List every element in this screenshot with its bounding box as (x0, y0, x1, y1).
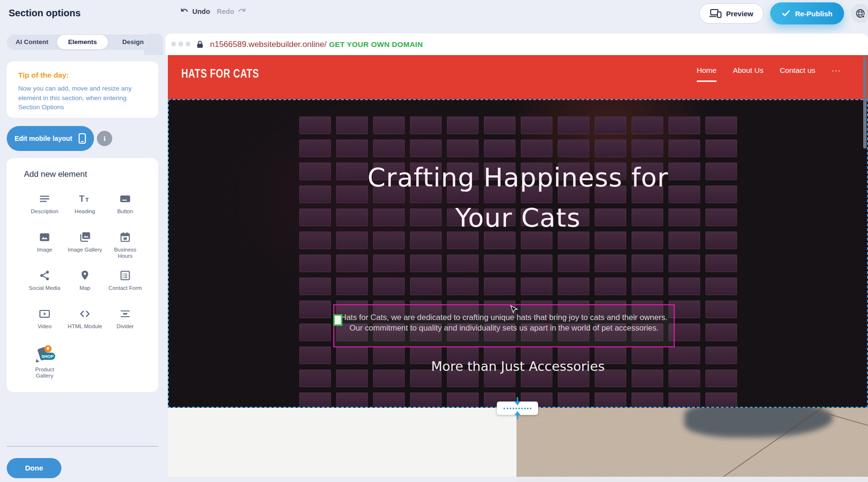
hero-tile (595, 139, 626, 157)
window-dot (178, 42, 183, 46)
element-description[interactable]: Description (24, 187, 65, 225)
hero-tile (373, 139, 405, 157)
site-logo[interactable]: HATS FOR CATS (181, 67, 259, 80)
hero-tile (299, 139, 331, 157)
hero-tile (521, 139, 552, 157)
element-contact-form[interactable]: Contact Form (105, 264, 145, 302)
product-gallery-icon: SHOP (33, 345, 56, 364)
window-dot (171, 42, 176, 46)
hero-tile (558, 139, 589, 157)
hero-tile (299, 300, 331, 318)
hero-tile (484, 139, 516, 157)
element-drag-handle[interactable] (333, 314, 342, 326)
hero-tile (632, 116, 663, 134)
info-icon[interactable]: i (97, 131, 112, 146)
language-button[interactable] (851, 4, 868, 23)
svg-text:т: т (85, 195, 89, 203)
hero-tile (336, 116, 368, 134)
divider-icon (118, 307, 132, 321)
element-image[interactable]: Image (24, 225, 65, 264)
hero-tile (705, 392, 737, 408)
window-dot (186, 42, 190, 46)
hero-tile (447, 254, 479, 272)
hero-tile (669, 392, 700, 408)
tab-elements[interactable]: Elements (57, 35, 107, 49)
republish-button[interactable]: Re-Publish (770, 2, 844, 24)
nav-home[interactable]: Home (697, 66, 716, 82)
hero-tile (521, 254, 552, 272)
background-tab (144, 34, 163, 55)
done-button[interactable]: Done (7, 458, 61, 478)
hero-tile (299, 116, 331, 134)
nav-contact-us[interactable]: Contact us (780, 66, 815, 80)
page-title: Section options (9, 8, 81, 19)
tab-ai-content[interactable]: AI Content (7, 34, 57, 50)
hero-tile (410, 392, 442, 408)
hero-tile (410, 277, 442, 295)
hero-tile (595, 254, 626, 272)
hero-tile (373, 277, 405, 295)
hero-tile (336, 139, 368, 157)
hero-tile (299, 277, 331, 295)
add-element-title: Add new element (24, 170, 87, 179)
map-icon (79, 268, 91, 283)
hero-tile (410, 139, 442, 157)
site-scrollbar[interactable] (863, 57, 867, 149)
hero-section-selected[interactable]: Crafting Happiness for Your Cats More th… (168, 99, 868, 408)
preview-button[interactable]: Preview (699, 3, 763, 23)
html-module-icon (78, 307, 92, 321)
hero-subheading: More than Just Accessories (169, 359, 867, 374)
section-resize-handle[interactable] (497, 402, 538, 415)
hero-heading-line2: Your Cats (169, 198, 867, 238)
hero-tile (669, 277, 700, 295)
hero-heading-line1: Crafting Happiness for (169, 158, 867, 198)
edit-mobile-layout-button[interactable]: Edit mobile layout (7, 126, 94, 151)
element-map[interactable]: Map (65, 264, 105, 302)
hero-tile (558, 254, 589, 272)
hero-tile (447, 139, 479, 157)
hero-tile (484, 277, 516, 295)
hero-tile (632, 139, 663, 157)
video-icon (38, 307, 51, 321)
site-header: HATS FOR CATS Home About Us Contact us ·… (168, 55, 868, 99)
element-grid: Description Tт Heading Button Image Imag… (24, 187, 145, 379)
republish-label: Re-Publish (795, 10, 833, 18)
contact-form-icon (119, 268, 131, 283)
hero-tile (299, 323, 331, 341)
redo-button[interactable]: Redo (217, 7, 247, 16)
element-social-media[interactable]: Social Media (24, 264, 65, 302)
resize-arrows-icon (508, 397, 527, 420)
element-image-gallery[interactable]: Image Gallery (65, 225, 105, 264)
undo-button[interactable]: Undo (179, 7, 210, 16)
hero-tile (299, 254, 331, 272)
hero-tile (595, 392, 626, 408)
redo-label: Redo (217, 8, 234, 15)
next-section-image (516, 408, 868, 482)
hero-tile (336, 254, 368, 272)
browser-address-bar: n1566589.websitebuilder.online/ GET YOUR… (165, 34, 868, 55)
undo-icon (179, 7, 189, 16)
hero-tile (336, 392, 368, 408)
get-domain-link[interactable]: GET YOUR OWN DOMAIN (329, 40, 423, 49)
element-button[interactable]: Button (105, 187, 145, 225)
hero-tile (705, 254, 737, 272)
element-business-hours[interactable]: Business Hours (105, 225, 145, 264)
paragraph-element-selected[interactable]: Hats for Cats, we are dedicated to craft… (333, 304, 675, 347)
element-heading[interactable]: Tт Heading (65, 187, 105, 225)
hero-tile (558, 116, 589, 134)
canvas-bottom-strip (168, 477, 868, 482)
hero-tile (521, 277, 552, 295)
hero-tile (632, 392, 663, 408)
element-video[interactable]: Video (24, 302, 65, 340)
element-product-gallery[interactable]: SHOP Product Gallery (24, 340, 65, 379)
nav-about-us[interactable]: About Us (733, 66, 763, 80)
hero-tile (336, 277, 368, 295)
hero-tile (595, 277, 626, 295)
hero-tile (484, 254, 516, 272)
hero-tile (447, 116, 479, 134)
element-html-module[interactable]: HTML Module (65, 302, 105, 340)
panel-divider (7, 446, 158, 447)
element-divider[interactable]: Divider (105, 302, 145, 340)
hero-tile (669, 254, 700, 272)
nav-more-icon[interactable]: ··· (832, 66, 841, 76)
